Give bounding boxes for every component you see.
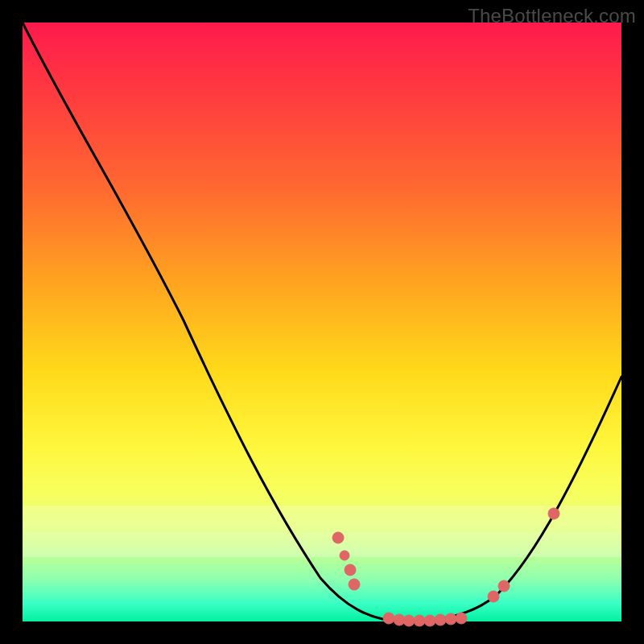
chart-frame — [23, 23, 621, 621]
data-marker — [349, 579, 360, 590]
data-marker — [403, 615, 415, 626]
data-marker — [435, 614, 446, 625]
data-marker — [456, 613, 467, 624]
data-marker — [445, 613, 456, 625]
data-marker — [548, 508, 559, 519]
curve-layer — [23, 23, 621, 621]
data-marker — [498, 580, 510, 592]
bottleneck-curve — [23, 23, 621, 621]
data-marker — [488, 591, 499, 602]
data-marker — [383, 613, 394, 624]
data-marker — [332, 532, 344, 543]
data-marker — [424, 615, 436, 626]
data-marker — [340, 551, 349, 560]
watermark-text: TheBottleneck.com — [468, 5, 636, 27]
data-marker — [414, 615, 425, 626]
marker-group — [332, 508, 559, 626]
data-marker — [345, 564, 356, 576]
